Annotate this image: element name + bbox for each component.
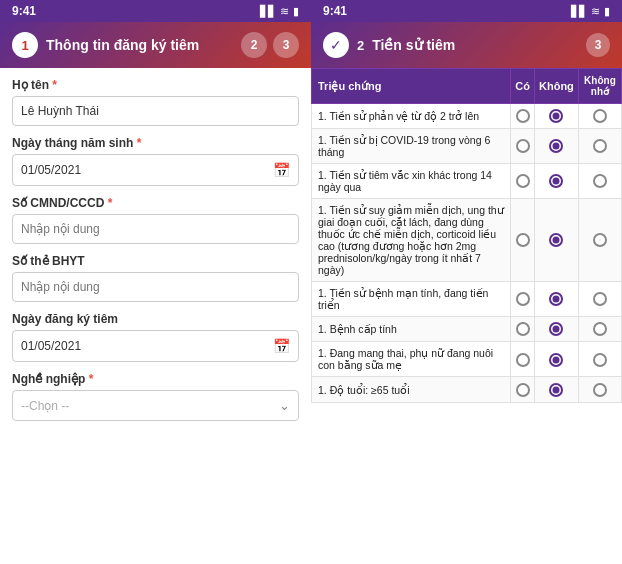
table-row: 1. Độ tuổi: ≥65 tuổi <box>312 377 622 402</box>
symptom-text: 1. Tiền sử phản vệ từ độ 2 trở lên <box>312 104 511 129</box>
step1-circle: 1 <box>12 32 38 58</box>
symptom-text: 1. Tiền sử suy giảm miễn dịch, ung thư g… <box>312 199 511 282</box>
table-row: 1. Tiền sử phản vệ từ độ 2 trở lên <box>312 104 622 129</box>
right-status-bar: 9:41 ▋▋ ≋ ▮ <box>311 0 622 22</box>
radio-co[interactable] <box>511 377 535 402</box>
step2-num: 2 <box>357 38 364 53</box>
cmnd-group: Số CMND/CCCD * <box>12 196 299 244</box>
battery-icon: ▮ <box>293 5 299 18</box>
nghe-nghiep-select[interactable]: --Chọn -- ⌄ <box>12 390 299 421</box>
radio-khong[interactable] <box>535 342 579 377</box>
left-header-title: Thông tin đăng ký tiêm <box>46 37 233 53</box>
checkmark-icon: ✓ <box>330 37 342 53</box>
ngay-dang-ky-input-wrap[interactable]: 01/05/2021 📅 <box>12 330 299 362</box>
ho-ten-group: Họ tên * <box>12 78 299 126</box>
r-signal-icon: ▋▋ <box>571 5 587 18</box>
symptom-text: 1. Tiền sử tiêm vắc xin khác trong 14 ng… <box>312 164 511 199</box>
radio-khong[interactable] <box>535 104 579 129</box>
symptom-text: 1. Tiền sử bị COVID-19 trong vòng 6 thán… <box>312 129 511 164</box>
right-header: ✓ 2 Tiền sử tiêm 3 <box>311 22 622 68</box>
col-trieu-chung: Triệu chứng <box>312 69 511 104</box>
right-time: 9:41 <box>323 4 347 18</box>
cmnd-input[interactable] <box>12 214 299 244</box>
bhyt-input[interactable] <box>12 272 299 302</box>
radio-khong-nho[interactable] <box>578 104 621 129</box>
table-header-row: Triệu chứng Có Không Không nhớ <box>312 69 622 104</box>
radio-khong-nho[interactable] <box>578 129 621 164</box>
nghe-nghiep-required: * <box>89 372 94 386</box>
table-row: 1. Đang mang thai, phụ nữ đang nuôi con … <box>312 342 622 377</box>
ngay-sinh-value: 01/05/2021 <box>21 163 273 177</box>
nghe-nghiep-value: --Chọn -- <box>21 399 279 413</box>
table-row: 1. Bệnh cấp tính <box>312 317 622 342</box>
col-co: Có <box>511 69 535 104</box>
radio-khong[interactable] <box>535 129 579 164</box>
wifi-icon: ≋ <box>280 5 289 18</box>
left-panel: 9:41 ▋▋ ≋ ▮ 1 Thông tin đăng ký tiêm 2 3… <box>0 0 311 564</box>
radio-co[interactable] <box>511 342 535 377</box>
cmnd-label: Số CMND/CCCD * <box>12 196 299 210</box>
ngay-sinh-label: Ngày tháng năm sinh * <box>12 136 299 150</box>
bhyt-label: Số thẻ BHYT <box>12 254 299 268</box>
radio-khong[interactable] <box>535 199 579 282</box>
symptom-text: 1. Đang mang thai, phụ nữ đang nuôi con … <box>312 342 511 377</box>
symptom-text: 1. Độ tuổi: ≥65 tuổi <box>312 377 511 402</box>
left-status-icons: ▋▋ ≋ ▮ <box>260 5 299 18</box>
nghe-nghiep-label: Nghề nghiệp * <box>12 372 299 386</box>
symptom-text: 1. Bệnh cấp tính <box>312 317 511 342</box>
table-row: 1. Tiền sử bị COVID-19 trong vòng 6 thán… <box>312 129 622 164</box>
right-status-icons: ▋▋ ≋ ▮ <box>571 5 610 18</box>
step3-circle-right: 3 <box>586 33 610 57</box>
col-khong: Không <box>535 69 579 104</box>
ngay-sinh-required: * <box>137 136 142 150</box>
ngay-sinh-group: Ngày tháng năm sinh * 01/05/2021 📅 <box>12 136 299 186</box>
radio-khong[interactable] <box>535 317 579 342</box>
radio-khong-nho[interactable] <box>578 199 621 282</box>
symptoms-table-container: Triệu chứng Có Không Không nhớ 1. Tiền s… <box>311 68 622 564</box>
header-steps: 2 3 <box>241 32 299 58</box>
radio-co[interactable] <box>511 129 535 164</box>
radio-khong-nho[interactable] <box>578 282 621 317</box>
bhyt-group: Số thẻ BHYT <box>12 254 299 302</box>
signal-icon: ▋▋ <box>260 5 276 18</box>
ngay-dang-ky-label: Ngày đăng ký tiêm <box>12 312 299 326</box>
r-battery-icon: ▮ <box>604 5 610 18</box>
ngay-sinh-input-wrap[interactable]: 01/05/2021 📅 <box>12 154 299 186</box>
radio-khong-nho[interactable] <box>578 164 621 199</box>
radio-co[interactable] <box>511 282 535 317</box>
calendar2-icon: 📅 <box>273 338 290 354</box>
table-row: 1. Tiền sử bệnh mạn tính, đang tiến triể… <box>312 282 622 317</box>
symptoms-table: Triệu chứng Có Không Không nhớ 1. Tiền s… <box>311 68 622 403</box>
ngay-dang-ky-value: 01/05/2021 <box>21 339 273 353</box>
right-header-title: 2 Tiền sử tiêm <box>357 37 578 53</box>
ho-ten-label: Họ tên * <box>12 78 299 92</box>
left-time: 9:41 <box>12 4 36 18</box>
col-khong-nho: Không nhớ <box>578 69 621 104</box>
left-header: 1 Thông tin đăng ký tiêm 2 3 <box>0 22 311 68</box>
radio-khong[interactable] <box>535 282 579 317</box>
radio-khong-nho[interactable] <box>578 377 621 402</box>
radio-khong-nho[interactable] <box>578 342 621 377</box>
radio-khong[interactable] <box>535 377 579 402</box>
right-panel: 9:41 ▋▋ ≋ ▮ ✓ 2 Tiền sử tiêm 3 Triệu chứ… <box>311 0 622 564</box>
left-form-content: Họ tên * Ngày tháng năm sinh * 01/05/202… <box>0 68 311 564</box>
table-row: 1. Tiền sử tiêm vắc xin khác trong 14 ng… <box>312 164 622 199</box>
chevron-down-icon: ⌄ <box>279 398 290 413</box>
calendar-icon: 📅 <box>273 162 290 178</box>
radio-khong-nho[interactable] <box>578 317 621 342</box>
nghe-nghiep-group: Nghề nghiệp * --Chọn -- ⌄ <box>12 372 299 421</box>
table-row: 1. Tiền sử suy giảm miễn dịch, ung thư g… <box>312 199 622 282</box>
step3-circle: 3 <box>273 32 299 58</box>
step2-check-circle: ✓ <box>323 32 349 58</box>
ho-ten-input[interactable] <box>12 96 299 126</box>
radio-khong[interactable] <box>535 164 579 199</box>
r-wifi-icon: ≋ <box>591 5 600 18</box>
step2-circle: 2 <box>241 32 267 58</box>
radio-co[interactable] <box>511 199 535 282</box>
ho-ten-required: * <box>52 78 57 92</box>
radio-co[interactable] <box>511 104 535 129</box>
symptom-text: 1. Tiền sử bệnh mạn tính, đang tiến triể… <box>312 282 511 317</box>
radio-co[interactable] <box>511 317 535 342</box>
radio-co[interactable] <box>511 164 535 199</box>
cmnd-required: * <box>108 196 113 210</box>
